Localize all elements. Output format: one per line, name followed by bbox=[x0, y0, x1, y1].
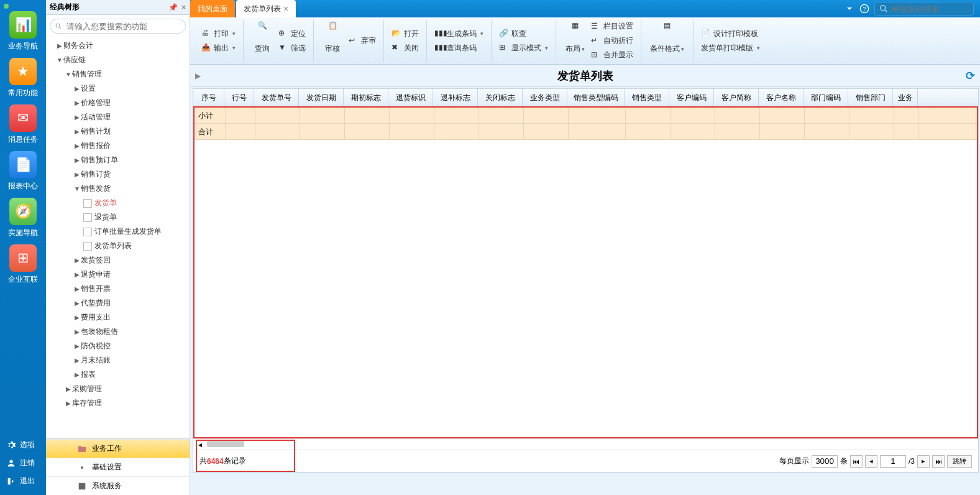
nav-enterprise[interactable]: ⊞ 企业互联 bbox=[4, 244, 42, 285]
first-page-button[interactable]: ⏮ bbox=[850, 455, 863, 468]
col-refund[interactable]: 退补标志 bbox=[433, 89, 478, 106]
col-close[interactable]: 关闭标志 bbox=[478, 89, 523, 106]
col-setting-button[interactable]: ☰栏目设置 bbox=[588, 20, 636, 33]
tab-current[interactable]: 发货单列表× bbox=[236, 0, 296, 17]
tree-node-supply[interactable]: ▼供应链 bbox=[46, 53, 190, 67]
col-biztype[interactable]: 业务类型 bbox=[523, 89, 567, 106]
col-salesdept[interactable]: 销售部门 bbox=[848, 89, 893, 106]
col-date[interactable]: 发货日期 bbox=[299, 89, 344, 106]
tree-node-purchase[interactable]: ▶采购管理 bbox=[46, 382, 190, 396]
page-input[interactable] bbox=[880, 455, 906, 468]
tree-node-finance[interactable]: ▶财务会计 bbox=[46, 39, 190, 53]
tree-leaf-ship-list[interactable]: 发货单列表 bbox=[46, 239, 190, 253]
tree-node-invoice[interactable]: ▶销售开票 bbox=[46, 282, 190, 296]
tab-close-icon[interactable]: × bbox=[283, 4, 288, 14]
tree-node-shipping[interactable]: ▼销售发货 bbox=[46, 182, 190, 196]
col-biz[interactable]: 业务 bbox=[893, 89, 918, 106]
filter-button[interactable]: ▼筛选 bbox=[276, 42, 308, 55]
tree-node-package[interactable]: ▶包装物租借 bbox=[46, 325, 190, 339]
query-barcode-button[interactable]: ▮▮▮查询条码 bbox=[432, 42, 486, 55]
col-row[interactable]: 行号 bbox=[224, 89, 254, 106]
col-return[interactable]: 退货标识 bbox=[388, 89, 433, 106]
nav-msg[interactable]: ✉ 消息任务 bbox=[4, 104, 42, 145]
barcode-icon: ▮▮▮ bbox=[434, 43, 444, 53]
col-saletypecode[interactable]: 销售类型编码 bbox=[567, 89, 625, 106]
tree-node-price[interactable]: ▶价格管理 bbox=[46, 96, 190, 110]
tree-node-preorder[interactable]: ▶销售预订单 bbox=[46, 153, 190, 167]
tree-search-input[interactable] bbox=[50, 19, 186, 34]
tree-node-return-req[interactable]: ▶退货申请 bbox=[46, 267, 190, 282]
bottom-tab-business[interactable]: 业务工作 bbox=[46, 439, 190, 458]
options-button[interactable]: 选项 bbox=[0, 436, 46, 454]
pin-icon[interactable]: 📌 bbox=[168, 3, 178, 12]
nav-report[interactable]: 📄 报表中心 bbox=[4, 151, 42, 192]
close-icon[interactable]: × bbox=[181, 3, 186, 12]
nav-rail: 📊 业务导航 ★ 常用功能 ✉ 消息任务 📄 报表中心 🧭 实施导航 ⊞ 企业互… bbox=[0, 0, 46, 495]
bottom-tab-basic[interactable]: 基础设置 bbox=[46, 458, 190, 476]
col-initial[interactable]: 期初标志 bbox=[344, 89, 388, 106]
jump-button[interactable]: 跳转 bbox=[947, 455, 972, 468]
tree-node-activity[interactable]: ▶活动管理 bbox=[46, 110, 190, 124]
tree-node-monthend[interactable]: ▶月末结账 bbox=[46, 353, 190, 368]
refresh-icon[interactable]: ⟳ bbox=[966, 69, 975, 83]
last-page-button[interactable]: ⏭ bbox=[932, 455, 945, 468]
display-mode-button[interactable]: ⊞显示模式▾ bbox=[497, 42, 551, 55]
tree-node-tax[interactable]: ▶防伪税控 bbox=[46, 339, 190, 353]
search-top[interactable] bbox=[874, 2, 974, 16]
col-seq[interactable]: 序号 bbox=[193, 89, 224, 106]
svg-point-6 bbox=[881, 6, 886, 11]
next-page-button[interactable]: ▸ bbox=[917, 455, 930, 468]
tree-node-plan[interactable]: ▶销售计划 bbox=[46, 124, 190, 139]
tree-node-expense[interactable]: ▶费用支出 bbox=[46, 310, 190, 325]
hscroll[interactable]: ◂ bbox=[193, 438, 978, 450]
col-custname[interactable]: 客户名称 bbox=[759, 89, 804, 106]
merge-show-button[interactable]: ⊟合并显示 bbox=[588, 49, 636, 62]
auto-wrap-button[interactable]: ↵自动折行 bbox=[588, 34, 636, 47]
locate-button[interactable]: ⊕定位 bbox=[276, 27, 308, 40]
tree-node-sales[interactable]: ▼销售管理 bbox=[46, 67, 190, 81]
tree-node-inventory[interactable]: ▶库存管理 bbox=[46, 396, 190, 410]
lookup-button[interactable]: 🔗联查 bbox=[497, 27, 551, 40]
review-button[interactable]: 📋审核 bbox=[319, 20, 346, 62]
back-button[interactable]: ▶ bbox=[195, 72, 201, 80]
per-page-input[interactable] bbox=[812, 455, 838, 468]
dropdown-icon[interactable] bbox=[845, 4, 854, 14]
exit-button[interactable]: 退出 bbox=[0, 472, 46, 490]
col-saletype[interactable]: 销售类型 bbox=[625, 89, 669, 106]
col-custcode[interactable]: 客户编码 bbox=[669, 89, 714, 106]
grid-icon: ⊞ bbox=[499, 43, 509, 53]
open-button[interactable]: 📂打开 bbox=[389, 27, 421, 40]
nav-impl[interactable]: 🧭 实施导航 bbox=[4, 198, 42, 238]
query-button[interactable]: 🔍查询 bbox=[249, 20, 276, 62]
help-icon[interactable]: ? bbox=[859, 4, 869, 14]
export-button[interactable]: 📤输出▾ bbox=[199, 42, 238, 55]
tree-leaf-batch[interactable]: 订单批量生成发货单 bbox=[46, 224, 190, 239]
tree-node-settings[interactable]: ▶设置 bbox=[46, 81, 190, 96]
col-deptcode[interactable]: 部门编码 bbox=[804, 89, 848, 106]
barcode-search-input[interactable] bbox=[891, 4, 966, 14]
tree-node-reports[interactable]: ▶报表 bbox=[46, 368, 190, 382]
sheet-title: 发货单列表 bbox=[557, 68, 613, 83]
tree-node-advance[interactable]: ▶代垫费用 bbox=[46, 296, 190, 310]
bottom-tab-system[interactable]: 系统服务 bbox=[46, 476, 190, 495]
cond-format-button[interactable]: ▤条件格式▾ bbox=[646, 20, 688, 62]
tree-leaf-ship-order[interactable]: 发货单 bbox=[46, 196, 190, 210]
tab-desktop[interactable]: 我的桌面 bbox=[190, 0, 235, 17]
tree-leaf-return[interactable]: 退货单 bbox=[46, 210, 190, 224]
layout-button[interactable]: ▦布局▾ bbox=[561, 20, 588, 62]
tree-node-signback[interactable]: ▶发货签回 bbox=[46, 253, 190, 267]
nav-fav[interactable]: ★ 常用功能 bbox=[4, 58, 42, 98]
close-button[interactable]: ✖关闭 bbox=[389, 42, 421, 55]
col-shipno[interactable]: 发货单号 bbox=[254, 89, 299, 106]
nav-biz[interactable]: 📊 业务导航 bbox=[4, 11, 42, 52]
tree-node-quote[interactable]: ▶销售报价 bbox=[46, 139, 190, 153]
print-template-button[interactable]: 📄设计打印模板 bbox=[698, 27, 762, 40]
print-button[interactable]: 🖨打印▾ bbox=[199, 27, 238, 40]
col-custshort[interactable]: 客户简称 bbox=[714, 89, 759, 106]
abandon-button[interactable]: ↩弃审 bbox=[346, 34, 378, 47]
gen-barcode-button[interactable]: ▮▮▮生成条码▾ bbox=[432, 27, 486, 40]
tree-node-order[interactable]: ▶销售订货 bbox=[46, 167, 190, 182]
logout-button[interactable]: 注销 bbox=[0, 454, 46, 472]
ship-template-button[interactable]: 发货单打印模版▾ bbox=[698, 42, 762, 55]
prev-page-button[interactable]: ◂ bbox=[865, 455, 877, 468]
